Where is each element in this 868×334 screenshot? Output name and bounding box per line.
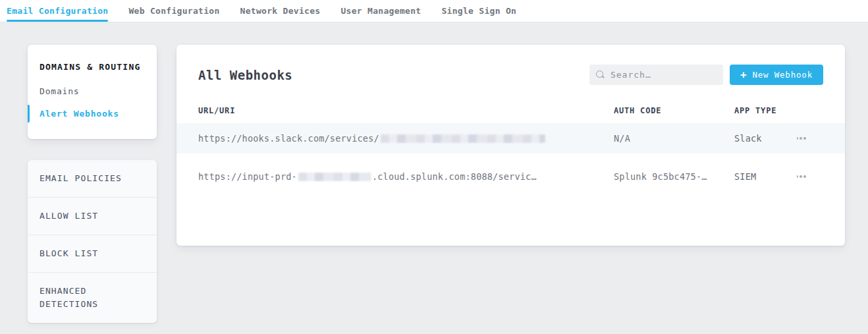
webhook-auth-code: N/A (614, 133, 734, 144)
top-tab-bar: Email Configuration Web Configuration Ne… (0, 0, 868, 22)
webhook-url-prefix: https://input-prd- (198, 171, 297, 182)
tab-single-sign-on[interactable]: Single Sign On (441, 0, 516, 22)
row-actions-menu-button[interactable] (797, 133, 805, 144)
sidebar-item-email-policies[interactable]: EMAIL POLICIES (28, 160, 157, 198)
webhooks-panel: All Webhooks + New Webhook URL/URI AUTH … (176, 45, 845, 246)
tab-email-configuration[interactable]: Email Configuration (7, 0, 108, 22)
page-title: All Webhooks (198, 68, 292, 82)
webhook-url-prefix: https://hooks.slack.com/services/ (198, 133, 379, 144)
webhooks-panel-header: All Webhooks + New Webhook (176, 45, 845, 102)
tab-network-devices[interactable]: Network Devices (240, 0, 321, 22)
sidebar-item-block-list[interactable]: BLOCK LIST (28, 235, 157, 273)
sidebar-item-domains[interactable]: Domains (28, 82, 157, 100)
redacted-url-segment (381, 134, 545, 143)
webhooks-table: URL/URI AUTH CODE APP TYPE https://hooks… (176, 102, 845, 192)
sidebar-sections-card: EMAIL POLICIES ALLOW LIST BLOCK LIST ENH… (28, 160, 157, 323)
webhooks-table-header: URL/URI AUTH CODE APP TYPE (176, 102, 845, 123)
redacted-url-segment (298, 173, 371, 181)
page-body: DOMAINS & ROUTING Domains Alert Webhooks… (0, 22, 868, 323)
ellipsis-icon (800, 175, 802, 178)
sidebar: DOMAINS & ROUTING Domains Alert Webhooks… (28, 45, 157, 323)
sidebar-item-allow-list[interactable]: ALLOW LIST (28, 198, 157, 235)
column-header-app-type: APP TYPE (734, 106, 797, 115)
webhook-search[interactable] (589, 65, 723, 85)
search-input[interactable] (610, 70, 717, 80)
table-row[interactable]: https://hooks.slack.com/services/ N/A Sl… (176, 123, 845, 153)
column-header-url-uri: URL/URI (198, 106, 614, 115)
table-row[interactable]: https://input-prd- .cloud.splunk.com:808… (176, 161, 845, 192)
webhook-app-type: SIEM (734, 171, 797, 182)
webhook-url-cell: https://input-prd- .cloud.splunk.com:808… (198, 171, 614, 182)
domains-routing-card: DOMAINS & ROUTING Domains Alert Webhooks (28, 45, 157, 139)
sidebar-item-enhanced-detections[interactable]: ENHANCED DETECTIONS (28, 273, 157, 323)
webhook-actions-cell (797, 133, 823, 144)
tab-web-configuration[interactable]: Web Configuration (128, 0, 219, 22)
column-header-auth-code: AUTH CODE (614, 106, 734, 115)
domains-routing-title: DOMAINS & ROUTING (28, 62, 157, 72)
sidebar-item-alert-webhooks[interactable]: Alert Webhooks (28, 105, 157, 123)
webhook-app-type: Slack (734, 133, 797, 144)
webhook-url-cell: https://hooks.slack.com/services/ (198, 133, 614, 144)
tab-user-management[interactable]: User Management (340, 0, 421, 22)
webhook-auth-code: Splunk 9c5bc475-… (614, 171, 734, 182)
plus-icon: + (740, 70, 747, 80)
new-webhook-button[interactable]: + New Webhook (730, 65, 823, 85)
webhook-url-suffix: .cloud.splunk.com:8088/servic… (372, 171, 537, 182)
search-icon (596, 70, 605, 79)
row-actions-menu-button[interactable] (797, 171, 805, 182)
ellipsis-icon (800, 137, 802, 140)
new-webhook-button-label: New Webhook (752, 70, 813, 80)
webhook-actions-cell (797, 171, 823, 182)
